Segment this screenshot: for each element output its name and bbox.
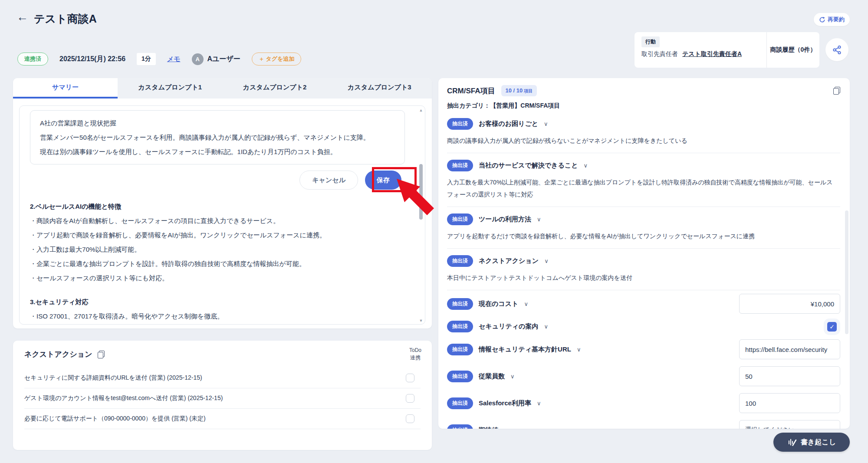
scrollbar-up-icon[interactable]: ▲: [419, 108, 423, 113]
copy-icon[interactable]: [98, 351, 105, 358]
next-action-row: ゲスト環境のアカウント情報をtest@test.comへ送付 (営業) (202…: [24, 388, 421, 409]
crm-item: 抽出済ネクストアクション∨本日中にテストアットテストドットコムへゲスト環境の案内…: [447, 249, 840, 290]
copy-icon[interactable]: [833, 87, 840, 95]
transcribe-button[interactable]: 書き起こし: [773, 433, 850, 452]
next-action-panel: ネクストアクション ToDo 連携 セキュリティに関する詳細資料のURLを送付 …: [13, 341, 432, 450]
tab-custom-prompt-3[interactable]: カスタムプロンプト3: [327, 78, 432, 99]
crm-item-input[interactable]: ¥10,000: [739, 294, 840, 314]
crm-item-control: 100: [739, 393, 840, 413]
chevron-down-icon[interactable]: ∨: [510, 373, 515, 380]
contact-label: 取引先責任者: [641, 50, 678, 57]
crm-item: 抽出済セキュリティの案内∨✓: [447, 317, 840, 336]
crm-item-label: セキュリティの案内: [479, 322, 538, 331]
crm-item-header: 抽出済ツールの利用方法∨: [447, 213, 840, 225]
summary-scrollbar[interactable]: ▲ ▼: [418, 108, 424, 323]
chevron-down-icon[interactable]: ∨: [537, 400, 541, 407]
crm-item: 抽出済Salesforce利用率∨100: [447, 390, 840, 417]
memo-link[interactable]: メモ: [167, 55, 181, 63]
extracted-badge: 抽出済: [447, 397, 473, 409]
page-title: テスト商談A: [34, 12, 97, 26]
meta-row: 連携済 2025/12/15(月) 22:56 1分 メモ A Aユーザー ＋ …: [17, 52, 301, 66]
crm-item-value: 入力工数を最大70%以上削減可能、企業ごとに最適な抽出プロンプトを設計し特許取得…: [447, 177, 840, 200]
extraction-category-label: 抽出カテゴリ：【営業用】CRM/SFA項目: [447, 102, 840, 110]
crm-item: 抽出済期待値∨選択してください∨: [447, 417, 840, 429]
crm-item-header: 抽出済セキュリティの案内∨✓: [447, 321, 840, 332]
chevron-down-icon[interactable]: ∨: [524, 301, 528, 307]
chevron-down-icon[interactable]: ∨: [584, 162, 588, 169]
crm-item-header: 抽出済Salesforce利用率∨100: [447, 393, 840, 413]
tab-custom-prompt-2[interactable]: カスタムプロンプト2: [223, 78, 327, 99]
duration-chip: 1分: [137, 53, 156, 65]
crm-item-input[interactable]: 50: [739, 366, 840, 386]
extracted-badge: 抽出済: [447, 298, 473, 310]
crm-item: 抽出済お客様のお困りごと∨商談の議事録入力が属人的で記録が残らないことがマネジメ…: [447, 112, 840, 153]
crm-item-label: 情報セキュリティ基本方針URL: [479, 345, 571, 354]
status-badge: 連携済: [17, 53, 48, 66]
meeting-datetime: 2025/12/15(月) 22:56: [59, 55, 125, 64]
crm-item-input[interactable]: https://bell.face.com/security: [739, 339, 840, 359]
scrollbar-down-icon[interactable]: ▼: [419, 318, 423, 323]
chevron-down-icon[interactable]: ∨: [544, 258, 549, 264]
summary-section: 2.ベルセールスAIの機能と特徴・商談内容をAIが自動解析し、セールスフォースの…: [30, 199, 405, 285]
crm-item-label: 期待値: [479, 426, 498, 429]
chevron-down-icon[interactable]: ∨: [544, 323, 548, 330]
todo-checkbox[interactable]: [406, 394, 414, 403]
crm-item: 抽出済従業員数∨50: [447, 363, 840, 390]
summary-bullet: ・ISO 27001、27017を取得済み。暗号化やアクセス制御を徹底。: [30, 309, 405, 323]
crm-item-label: ツールの利用方法: [479, 215, 531, 223]
crm-item: 抽出済当社のサービスで解決できること∨入力工数を最大70%以上削減可能、企業ごと…: [447, 153, 840, 207]
chevron-down-icon[interactable]: ∨: [577, 346, 581, 353]
chevron-down-icon[interactable]: ∨: [537, 216, 541, 223]
back-arrow-icon[interactable]: ←: [16, 11, 28, 23]
crm-item: 抽出済ツールの利用方法∨アプリを起動するだけで商談を録音解析し、必要な情報をAI…: [447, 207, 840, 249]
summary-edit-line: A社の営業課題と現状把握: [40, 116, 395, 130]
checkbox-checked-icon[interactable]: ✓: [827, 322, 837, 332]
crm-item-label: ネクストアクション: [479, 257, 539, 265]
summary-bullet: ・セールスフォースの選択リスト等にも対応。: [30, 271, 405, 285]
share-button[interactable]: [825, 38, 848, 61]
crm-item-select[interactable]: 選択してください∨: [739, 420, 840, 429]
extracted-badge: 抽出済: [447, 213, 473, 225]
summary-scroll-area: A社の営業課題と現状把握営業メンバー50名がセールスフォースを利用。商談議事録入…: [19, 105, 425, 325]
tab-custom-prompt-1[interactable]: カスタムプロンプト1: [118, 78, 222, 99]
summary-section-title: 3.セキュリティ対応: [30, 295, 405, 309]
transcribe-label: 書き起こし: [801, 438, 836, 447]
next-action-row: セキュリティに関する詳細資料のURLを送付 (営業) (2025-12-15): [24, 368, 421, 388]
share-icon: [832, 45, 842, 55]
crm-item-label: お客様のお困りごと: [479, 120, 538, 128]
crm-item-header: 抽出済当社のサービスで解決できること∨: [447, 160, 840, 171]
crm-item-header: 抽出済従業員数∨50: [447, 366, 840, 386]
crm-item-input[interactable]: 100: [739, 393, 840, 413]
summary-sections: 2.ベルセールスAIの機能と特徴・商談内容をAIが自動解析し、セールスフォースの…: [30, 199, 405, 325]
next-action-text: ゲスト環境のアカウント情報をtest@test.comへ送付 (営業) (202…: [24, 394, 223, 402]
crm-scrollbar-thumb[interactable]: [845, 210, 848, 334]
resummarize-button[interactable]: 再要約: [814, 13, 850, 26]
refresh-icon: [819, 16, 825, 23]
chevron-down-icon[interactable]: ∨: [504, 427, 508, 429]
deal-info-card: 行動 取引先責任者テスト取引先責任者A 商談履歴（0件）: [635, 32, 819, 68]
deal-history-link[interactable]: 商談履歴（0件）: [766, 32, 819, 68]
action-tab[interactable]: 行動: [641, 36, 660, 47]
avatar: A: [192, 53, 204, 65]
summary-section-title: 2.ベルセールスAIの機能と特徴: [30, 199, 405, 213]
todo-checkbox[interactable]: [406, 414, 414, 423]
todo-checkbox[interactable]: [406, 374, 414, 382]
crm-items-list: 抽出済お客様のお困りごと∨商談の議事録入力が属人的で記録が残らないことがマネジメ…: [447, 112, 840, 429]
crm-item-label: 当社のサービスで解決できること: [479, 161, 578, 170]
extracted-badge: 抽出済: [447, 344, 473, 355]
summary-bullet: ・入力工数は最大70%以上削減可能。: [30, 242, 405, 256]
crm-item-label: Salesforce利用率: [479, 399, 531, 407]
next-action-text: 必要に応じて電話サポート（090-0000-0000）を提供 (営業) (未定): [24, 415, 206, 423]
cancel-button[interactable]: キャンセル: [299, 171, 358, 190]
crm-item-label: 現在のコスト: [479, 300, 518, 308]
summary-edit-field[interactable]: A社の営業課題と現状把握営業メンバー50名がセールスフォースを利用。商談議事録入…: [30, 110, 405, 164]
summary-panel: サマリーカスタムプロンプト1カスタムプロンプト2カスタムプロンプト3 A社の営業…: [13, 78, 432, 328]
crm-item-header: 抽出済お客様のお困りごと∨: [447, 118, 840, 130]
contact-name-link[interactable]: テスト取引先責任者A: [682, 50, 742, 57]
save-button[interactable]: 保存: [365, 171, 401, 190]
tab-summary[interactable]: サマリー: [13, 78, 118, 99]
chevron-down-icon[interactable]: ∨: [544, 121, 548, 127]
scrollbar-thumb[interactable]: [419, 164, 423, 220]
add-tag-button[interactable]: ＋ タグを追加: [252, 53, 302, 66]
crm-item: 抽出済情報セキュリティ基本方針URL∨https://bell.face.com…: [447, 336, 840, 363]
